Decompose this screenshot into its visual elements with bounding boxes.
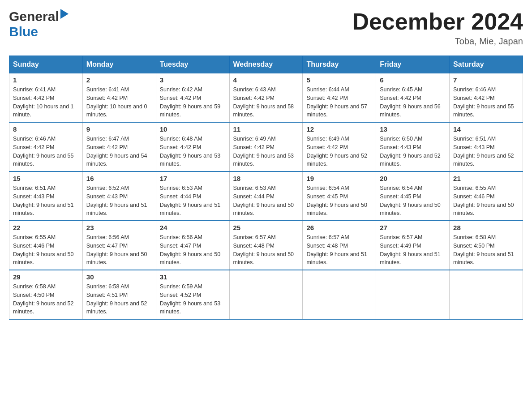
sunset-label: Sunset: 4:42 PM [13,144,54,150]
sunrise-label: Sunrise: 6:57 AM [306,234,349,240]
sunrise-label: Sunrise: 6:59 AM [160,283,202,290]
day-number: 23 [86,224,152,231]
day-cell: 22 Sunrise: 6:55 AM Sunset: 4:46 PM Dayl… [9,221,83,270]
sunset-label: Sunset: 4:43 PM [380,144,421,150]
day-number: 11 [233,125,299,133]
header-saturday: Saturday [450,56,523,73]
sunrise-label: Sunrise: 6:42 AM [160,86,202,93]
daylight-label: Daylight: 9 hours and 58 minutes. [233,103,294,118]
day-number: 10 [160,125,226,133]
sunset-label: Sunset: 4:48 PM [233,243,275,249]
day-cell: 30 Sunrise: 6:58 AM Sunset: 4:51 PM Dayl… [82,270,156,319]
sunset-label: Sunset: 4:42 PM [453,95,494,101]
day-number: 6 [380,76,446,84]
sunrise-label: Sunrise: 6:46 AM [13,136,56,142]
sunset-label: Sunset: 4:45 PM [380,193,421,200]
daylight-label: Daylight: 9 hours and 52 minutes. [306,153,367,167]
day-cell: 26 Sunrise: 6:57 AM Sunset: 4:48 PM Dayl… [303,221,376,270]
sunset-label: Sunset: 4:42 PM [160,95,201,101]
day-info: Sunrise: 6:51 AM Sunset: 4:43 PM Dayligh… [13,184,79,218]
day-number: 4 [233,76,299,84]
sunrise-label: Sunrise: 6:51 AM [13,185,56,191]
sunset-label: Sunset: 4:47 PM [86,243,128,249]
sunset-label: Sunset: 4:46 PM [453,193,494,200]
weekday-header-row: Sunday Monday Tuesday Wednesday Thursday… [9,56,523,73]
day-cell: 4 Sunrise: 6:43 AM Sunset: 4:42 PM Dayli… [229,73,303,123]
day-info: Sunrise: 6:41 AM Sunset: 4:42 PM Dayligh… [86,86,152,119]
daylight-label: Daylight: 9 hours and 51 minutes. [160,202,221,217]
daylight-label: Daylight: 9 hours and 50 minutes. [233,202,294,217]
day-cell: 29 Sunrise: 6:58 AM Sunset: 4:50 PM Dayl… [9,270,83,319]
daylight-label: Daylight: 9 hours and 52 minutes. [453,153,514,167]
daylight-label: Daylight: 9 hours and 51 minutes. [13,202,74,217]
sunset-label: Sunset: 4:42 PM [86,95,128,101]
daylight-label: Daylight: 9 hours and 50 minutes. [13,251,74,266]
day-number: 31 [160,273,226,281]
sunset-label: Sunset: 4:42 PM [13,95,54,101]
day-number: 25 [233,224,299,231]
daylight-label: Daylight: 9 hours and 51 minutes. [453,251,514,266]
day-number: 24 [160,224,226,231]
day-cell: 24 Sunrise: 6:56 AM Sunset: 4:47 PM Dayl… [156,221,229,270]
header-tuesday: Tuesday [156,56,229,73]
day-info: Sunrise: 6:56 AM Sunset: 4:47 PM Dayligh… [86,233,152,267]
day-number: 16 [86,175,152,182]
day-number: 1 [13,76,79,84]
title-section: December 2024 Toba, Mie, Japan [352,9,523,47]
sunrise-label: Sunrise: 6:54 AM [380,185,422,191]
day-info: Sunrise: 6:57 AM Sunset: 4:48 PM Dayligh… [306,233,372,267]
sunrise-label: Sunrise: 6:43 AM [233,86,276,93]
day-info: Sunrise: 6:49 AM Sunset: 4:42 PM Dayligh… [233,135,299,168]
day-info: Sunrise: 6:48 AM Sunset: 4:42 PM Dayligh… [160,135,226,168]
daylight-label: Daylight: 9 hours and 53 minutes. [233,153,294,167]
daylight-label: Daylight: 9 hours and 51 minutes. [306,251,367,266]
day-cell [229,270,303,319]
day-info: Sunrise: 6:54 AM Sunset: 4:45 PM Dayligh… [380,184,446,218]
day-cell [303,270,376,319]
sunset-label: Sunset: 4:43 PM [13,193,54,200]
logo-general-text: General [9,9,59,24]
day-cell: 17 Sunrise: 6:53 AM Sunset: 4:44 PM Dayl… [156,171,229,221]
sunset-label: Sunset: 4:42 PM [86,144,128,150]
sunset-label: Sunset: 4:50 PM [13,292,54,298]
daylight-label: Daylight: 9 hours and 57 minutes. [306,103,367,118]
sunset-label: Sunset: 4:42 PM [306,144,348,150]
header-wednesday: Wednesday [229,56,303,73]
day-cell: 2 Sunrise: 6:41 AM Sunset: 4:42 PM Dayli… [82,73,156,123]
week-row-2: 8 Sunrise: 6:46 AM Sunset: 4:42 PM Dayli… [9,122,523,171]
page-header: General Blue December 2024 Toba, Mie, Ja… [9,9,523,47]
day-cell [376,270,450,319]
day-info: Sunrise: 6:46 AM Sunset: 4:42 PM Dayligh… [13,135,79,168]
day-info: Sunrise: 6:58 AM Sunset: 4:51 PM Dayligh… [86,283,152,316]
week-row-5: 29 Sunrise: 6:58 AM Sunset: 4:50 PM Dayl… [9,270,523,319]
day-cell: 21 Sunrise: 6:55 AM Sunset: 4:46 PM Dayl… [450,171,523,221]
daylight-label: Daylight: 9 hours and 52 minutes. [86,300,147,315]
day-cell: 23 Sunrise: 6:56 AM Sunset: 4:47 PM Dayl… [82,221,156,270]
location-text: Toba, Mie, Japan [352,36,523,47]
week-row-1: 1 Sunrise: 6:41 AM Sunset: 4:42 PM Dayli… [9,73,523,123]
day-number: 27 [380,224,446,231]
day-cell: 15 Sunrise: 6:51 AM Sunset: 4:43 PM Dayl… [9,171,83,221]
header-friday: Friday [376,56,450,73]
sunset-label: Sunset: 4:49 PM [380,243,421,249]
sunrise-label: Sunrise: 6:46 AM [453,86,496,93]
day-cell: 13 Sunrise: 6:50 AM Sunset: 4:43 PM Dayl… [376,122,450,171]
sunset-label: Sunset: 4:45 PM [306,193,348,200]
sunset-label: Sunset: 4:50 PM [453,243,494,249]
day-cell: 16 Sunrise: 6:52 AM Sunset: 4:43 PM Dayl… [82,171,156,221]
week-row-4: 22 Sunrise: 6:55 AM Sunset: 4:46 PM Dayl… [9,221,523,270]
day-number: 9 [86,125,152,133]
day-info: Sunrise: 6:49 AM Sunset: 4:42 PM Dayligh… [306,135,372,168]
day-cell [450,270,523,319]
daylight-label: Daylight: 10 hours and 1 minute. [13,103,74,118]
day-info: Sunrise: 6:46 AM Sunset: 4:42 PM Dayligh… [453,86,519,119]
day-info: Sunrise: 6:50 AM Sunset: 4:43 PM Dayligh… [380,135,446,168]
sunrise-label: Sunrise: 6:55 AM [453,185,496,191]
day-info: Sunrise: 6:55 AM Sunset: 4:46 PM Dayligh… [453,184,519,218]
day-info: Sunrise: 6:52 AM Sunset: 4:43 PM Dayligh… [86,184,152,218]
day-cell: 20 Sunrise: 6:54 AM Sunset: 4:45 PM Dayl… [376,171,450,221]
day-number: 19 [306,175,372,182]
day-cell: 3 Sunrise: 6:42 AM Sunset: 4:42 PM Dayli… [156,73,229,123]
sunrise-label: Sunrise: 6:44 AM [306,86,349,93]
header-thursday: Thursday [303,56,376,73]
